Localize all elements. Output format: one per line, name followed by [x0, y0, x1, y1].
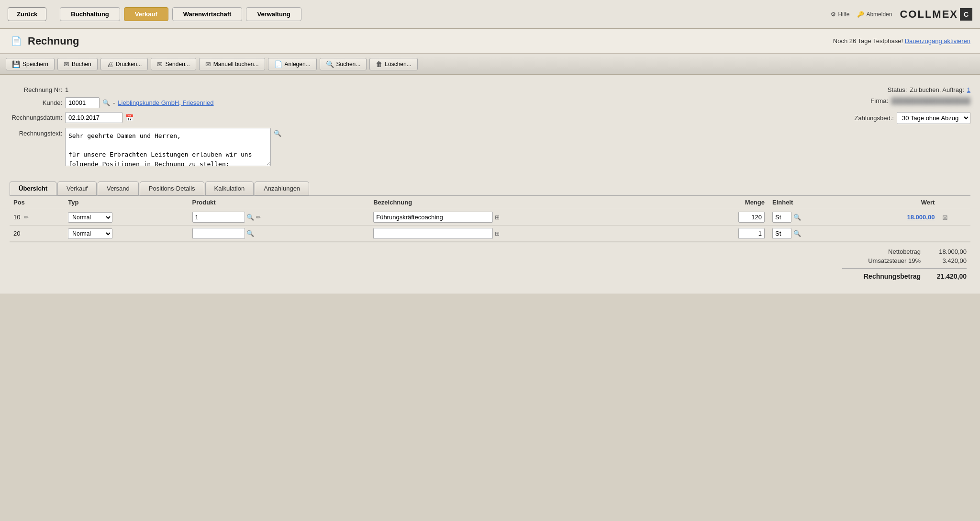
zahlungsbed-col: Zahlungsbed.: 30 Tage ohne Abzug 14 Tage…	[841, 112, 970, 124]
cell-typ-1: Normal Kommentar Überschrift	[64, 209, 188, 226]
loeschen-icon: 🗑	[376, 60, 382, 68]
status-label: Status:	[854, 86, 907, 93]
calendar-button[interactable]: 📅	[125, 114, 134, 122]
status-link[interactable]: 1	[967, 86, 970, 93]
form-section: Rechnung Nr: 1 Status: Zu buchen, Auftra…	[10, 82, 970, 174]
tab-versand[interactable]: Versand	[98, 181, 139, 195]
page-icon: 📄	[10, 34, 23, 48]
nav-left: Zurück Buchhaltung Verkauf Warenwirtscha…	[8, 7, 827, 21]
tab-uebersicht[interactable]: Übersicht	[10, 181, 56, 195]
bezeichnung-input-1[interactable]	[373, 212, 493, 223]
firma-col: Firma: ██████████████████	[835, 97, 970, 104]
table-row: 20 Normal Kommentar Überschrift 🔍	[10, 226, 970, 242]
logout-icon: 🔑	[857, 11, 864, 18]
form-row-1: Rechnung Nr: 1 Status: Zu buchen, Auftra…	[10, 86, 970, 93]
form-row-3: Rechnungsdatum: 📅 Zahlungsbed.: 30 Tage …	[10, 112, 970, 124]
senden-button[interactable]: ✉ Senden...	[151, 58, 196, 70]
einheit-search-icon-1[interactable]: 🔍	[793, 214, 801, 221]
bezeichnung-search-icon-1[interactable]: ⊞	[495, 214, 500, 221]
summary-row-netto: Nettobetrag 18.000,00	[13, 248, 967, 255]
delete-icon-1[interactable]: ⊠	[942, 214, 948, 221]
zahlungsbed-label: Zahlungsbed.:	[841, 114, 894, 122]
tab-anzahlungen[interactable]: Anzahlungen	[255, 181, 309, 195]
manuell-buchen-button[interactable]: ✉ Manuell buchen...	[199, 58, 265, 70]
logo: COLLMEX C	[900, 8, 972, 21]
col-header-pos: Pos	[10, 196, 64, 209]
trial-notice: Noch 26 Tage Testphase! Dauerzugang akti…	[833, 37, 970, 45]
firma-label: Firma:	[835, 97, 888, 104]
produkt-search-icon-2[interactable]: 🔍	[246, 230, 254, 237]
suchen-button[interactable]: 🔍 Suchen...	[320, 58, 367, 70]
cell-menge-1	[688, 209, 768, 226]
logout-link[interactable]: 🔑 Abmelden	[857, 11, 892, 18]
typ-select-1[interactable]: Normal Kommentar Überschrift	[68, 212, 112, 223]
zahlungsbed-select[interactable]: 30 Tage ohne Abzug 14 Tage 2% Skonto Sof…	[897, 112, 970, 124]
kunde-name-link[interactable]: Lieblingskunde GmbH, Friesenried	[118, 99, 213, 106]
drucken-button[interactable]: 🖨 Drucken...	[100, 58, 148, 70]
cell-wert-1: 18.000,00	[855, 209, 939, 226]
produkt-input-1[interactable]	[192, 212, 245, 223]
nav-tab-verkauf[interactable]: Verkauf	[124, 7, 168, 21]
loeschen-button[interactable]: 🗑 Löschen...	[369, 58, 417, 70]
nettobetrag-value: 18.000,00	[928, 248, 967, 255]
bezeichnung-input-2[interactable]	[373, 228, 493, 239]
wert-link-1[interactable]: 18.000,00	[907, 214, 935, 221]
suchen-icon: 🔍	[326, 60, 334, 68]
senden-icon: ✉	[157, 60, 163, 68]
top-navigation: Zurück Buchhaltung Verkauf Warenwirtscha…	[0, 0, 980, 29]
summary-row-ust: Umsatzsteuer 19% 3.420,00	[13, 257, 967, 264]
rechnung-nr-col: Rechnung Nr: 1	[10, 86, 68, 93]
buchen-button[interactable]: ✉ Buchen	[57, 58, 98, 70]
cell-pos-2: 20	[10, 226, 64, 242]
status-col: Status: Zu buchen, Auftrag: 1	[854, 86, 970, 93]
bezeichnung-search-icon-2[interactable]: ⊞	[495, 230, 500, 237]
kunde-search-icon[interactable]: 🔍	[102, 99, 110, 106]
cell-typ-2: Normal Kommentar Überschrift	[64, 226, 188, 242]
help-icon: ⚙	[831, 11, 836, 18]
rechnungsbetrag-value: 21.420,00	[928, 272, 967, 280]
tab-verkauf[interactable]: Verkauf	[57, 181, 97, 195]
drucken-icon: 🖨	[107, 60, 113, 68]
cell-produkt-1: 🔍 ✏	[189, 209, 370, 226]
tab-kalkulation[interactable]: Kalkulation	[205, 181, 254, 195]
status-value: Zu buchen, Auftrag:	[910, 86, 964, 93]
cell-actions-2	[938, 226, 970, 242]
pos-value-1: 10	[13, 214, 20, 221]
back-button[interactable]: Zurück	[8, 7, 46, 21]
kunde-id-input[interactable]	[65, 97, 100, 108]
umsatzsteuer-label: Umsatzsteuer 19%	[863, 257, 921, 264]
rechnungstext-label: Rechnungstext:	[10, 128, 62, 137]
edit-icon-1[interactable]: ✏	[24, 214, 29, 221]
menge-input-1[interactable]	[738, 212, 765, 223]
nav-tab-verwaltung[interactable]: Verwaltung	[246, 7, 301, 21]
produkt-edit-icon-1[interactable]: ✏	[256, 214, 261, 221]
positions-table-container: Pos Typ Produkt Bezeichnung Menge Einhei…	[10, 195, 970, 242]
produkt-search-icon-1[interactable]: 🔍	[246, 214, 254, 221]
nav-tab-warenwirtschaft[interactable]: Warenwirtschaft	[172, 7, 243, 21]
buchen-icon: ✉	[64, 60, 69, 68]
pos-value-2: 20	[13, 230, 20, 237]
help-link[interactable]: ⚙ Hilfe	[831, 11, 849, 18]
tab-positions-details[interactable]: Positions-Details	[140, 181, 204, 195]
anlegen-button[interactable]: 📄 Anlegen...	[268, 58, 317, 70]
cell-menge-2	[688, 226, 768, 242]
col-header-typ: Typ	[64, 196, 188, 209]
rechnungstext-search-icon[interactable]: 🔍	[274, 130, 281, 137]
typ-select-2[interactable]: Normal Kommentar Überschrift	[68, 228, 112, 239]
einheit-search-icon-2[interactable]: 🔍	[793, 230, 801, 237]
nav-tab-buchhaltung[interactable]: Buchhaltung	[60, 7, 120, 21]
cell-bezeichnung-1: ⊞	[369, 209, 688, 226]
save-button[interactable]: 💾 Speichern	[6, 58, 55, 70]
einheit-input-1[interactable]	[772, 212, 791, 223]
menge-input-2[interactable]	[738, 228, 765, 239]
anlegen-icon: 📄	[274, 60, 282, 68]
rechnungstext-textarea[interactable]: Sehr geehrte Damen und Herren, für unser…	[65, 128, 271, 166]
table-row: 10 ✏ Normal Kommentar Überschrift 🔍 ✏	[10, 209, 970, 226]
produkt-input-2[interactable]	[192, 228, 245, 239]
rechnungsdatum-input[interactable]	[65, 112, 122, 123]
umsatzsteuer-value: 3.420,00	[928, 257, 967, 264]
einheit-input-2[interactable]	[772, 228, 791, 239]
trial-link[interactable]: Dauerzugang aktivieren	[905, 37, 970, 45]
tabs-container: Übersicht Verkauf Versand Positions-Deta…	[10, 181, 970, 195]
kunde-separator: -	[113, 99, 115, 106]
